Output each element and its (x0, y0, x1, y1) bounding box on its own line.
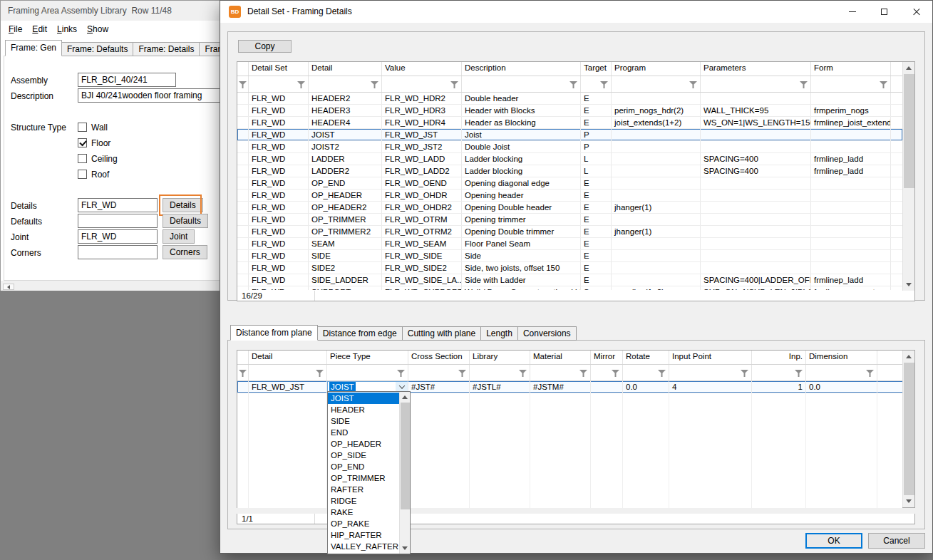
checkbox-floor[interactable]: Floor (78, 138, 110, 148)
dropdown-item[interactable]: HIP_RAFTER (328, 529, 399, 541)
dropdown-item[interactable]: OP_TRIMMER (328, 472, 399, 484)
header-dimension[interactable]: Dimension (806, 351, 877, 364)
filter-icon[interactable] (450, 81, 458, 88)
header-value[interactable]: Value (382, 62, 462, 76)
table-row[interactable]: FLR_WDOP_HEADER2FLR_WD_OHDR2Opening Doub… (237, 202, 902, 214)
filter-icon[interactable] (800, 81, 808, 88)
header-piece-type[interactable]: Piece Type (327, 351, 408, 364)
filter-icon[interactable] (519, 370, 527, 377)
combo-dropdown-button[interactable] (396, 382, 408, 392)
filter-icon[interactable] (795, 370, 803, 377)
defaults-input[interactable] (78, 214, 158, 228)
details-input[interactable]: FLR_WD (78, 198, 158, 212)
cancel-button[interactable]: Cancel (868, 533, 925, 549)
menu-links[interactable]: Links (52, 22, 82, 36)
header-detail-set[interactable]: Detail Set (249, 62, 309, 76)
checkbox-box[interactable] (78, 154, 87, 163)
scroll-up-button[interactable] (903, 62, 914, 74)
filter-icon[interactable] (316, 370, 324, 377)
ok-button[interactable]: OK (805, 533, 862, 549)
table-row[interactable]: FLR_WDOP_HEADERFLR_WD_OHDROpening header… (237, 190, 902, 202)
checkbox-box[interactable] (78, 123, 87, 132)
menu-edit[interactable]: Edit (27, 22, 52, 36)
header-detail[interactable]: Detail (309, 62, 382, 76)
dropdown-item[interactable]: OP_SIDE (328, 450, 399, 461)
close-button[interactable] (900, 1, 932, 23)
dropdown-item[interactable]: HEADER (328, 404, 399, 415)
table-row[interactable]: FLR_WDOP_ENDFLR_WD_OENDOpening diagonal … (237, 177, 902, 190)
scrollbar-thumb[interactable] (401, 403, 410, 509)
tab-conversions[interactable]: Conversions (517, 326, 577, 341)
copy-button[interactable]: Copy (238, 40, 292, 53)
defaults-button[interactable]: Defaults (163, 214, 208, 228)
table-row[interactable]: FLR_WDSIDE2FLR_WD_SIDE2Side, two joists,… (237, 262, 902, 274)
table-row[interactable]: FLR_WDSIDEFLR_WD_SIDESideE (237, 250, 902, 262)
dropdown-item[interactable]: SIDE (328, 415, 399, 427)
dropdown-item[interactable]: OP_END (328, 461, 399, 472)
header-library[interactable]: Library (470, 351, 530, 364)
dropdown-item[interactable]: OP_HEADER (328, 438, 399, 450)
table-row[interactable]: FLR_WDJOISTFLR_WD_JSTJoistP (237, 129, 902, 141)
table-row[interactable]: FLR_WDOP_TRIMMERFLR_WD_OTRMOpening trimm… (237, 214, 902, 226)
table-row[interactable]: FLR_WDHEADER3FLR_WD_HDR3Header with Bloc… (237, 105, 902, 117)
scroll-down-button[interactable] (400, 543, 410, 554)
scroll-up-button[interactable] (400, 392, 410, 403)
assembly-input[interactable]: FLR_BCI_40/241 (78, 73, 176, 87)
dropdown-item[interactable]: END (328, 427, 399, 438)
header-input-point[interactable]: Input Point (669, 351, 752, 364)
horizontal-scrollbar[interactable] (3, 284, 14, 290)
tab-distance-from-edge[interactable]: Distance from edge (317, 326, 403, 341)
header-program[interactable]: Program (612, 62, 701, 76)
header-cross-section[interactable]: Cross Section (408, 351, 470, 364)
scroll-up-button[interactable] (903, 351, 914, 363)
header-parameters[interactable]: Parameters (701, 62, 811, 76)
minimize-button[interactable] (836, 1, 868, 23)
filter-icon[interactable] (458, 370, 466, 377)
header-description[interactable]: Description (462, 62, 581, 76)
dropdown-item[interactable]: VALLEY_RAFTER (328, 541, 399, 552)
table-row[interactable]: FLR_WDLADDERFLR_WD_LADDLadder blockingLS… (237, 153, 902, 165)
filter-icon[interactable] (371, 81, 378, 88)
dropdown-item[interactable]: RAKE (328, 507, 399, 518)
tab-distance-from-plane[interactable]: Distance from plane (230, 325, 318, 341)
dropdown-item[interactable]: RIDGE (328, 495, 399, 507)
header-detail[interactable]: Detail (249, 351, 327, 364)
joint-button[interactable]: Joint (163, 229, 195, 244)
filter-icon[interactable] (658, 370, 666, 377)
corners-button[interactable]: Corners (163, 245, 207, 259)
scroll-down-button[interactable] (903, 279, 914, 291)
filter-icon[interactable] (741, 370, 748, 377)
dropdown-item[interactable]: JOIST (328, 393, 399, 404)
filter-icon[interactable] (397, 370, 405, 377)
vertical-scrollbar[interactable] (902, 351, 914, 507)
menu-show[interactable]: Show (82, 22, 113, 36)
filter-icon[interactable] (689, 81, 697, 88)
scrollbar-thumb[interactable] (904, 74, 914, 188)
table-row[interactable]: FLR_WDSIDE_LADDERFLR_WD_SIDE_LA...Side w… (237, 274, 902, 286)
tab-length[interactable]: Length (480, 326, 518, 341)
checkbox-roof[interactable]: Roof (78, 169, 109, 180)
filter-icon[interactable] (880, 81, 887, 88)
header-form[interactable]: Form (811, 62, 891, 76)
filter-icon[interactable] (569, 81, 577, 88)
filter-icon[interactable] (579, 370, 587, 377)
table-row[interactable]: FLR_WDLADDER2FLR_WD_LADD2Ladder blocking… (237, 165, 902, 177)
table-row[interactable]: FLR_WDJOIST2FLR_WD_JST2Double JoistP (237, 141, 902, 153)
maximize-button[interactable] (868, 1, 900, 23)
tab-frame-gen[interactable]: Frame: Gen (5, 40, 62, 56)
dropdown-item[interactable]: RAFTER (328, 484, 399, 495)
scrollbar-thumb[interactable] (904, 363, 914, 495)
dropdown-item[interactable]: OP_RAKE (328, 518, 399, 529)
tab-frame-details[interactable]: Frame: Details (133, 42, 200, 56)
header-mirror[interactable]: Mirror (591, 351, 623, 364)
header-inp[interactable]: Inp. (752, 351, 806, 364)
corners-input[interactable] (78, 245, 158, 259)
filter-icon[interactable] (297, 81, 305, 88)
header-material[interactable]: Material (530, 351, 591, 364)
table-row[interactable]: FLR_WDOP_TRIMMER2FLR_WD_OTRM2Opening Dou… (237, 226, 902, 238)
checkbox-box[interactable] (78, 170, 87, 179)
checkbox-box[interactable] (78, 138, 87, 147)
menu-file[interactable]: File (4, 22, 27, 36)
dropdown-scrollbar[interactable] (399, 392, 410, 554)
filter-icon[interactable] (239, 370, 247, 377)
